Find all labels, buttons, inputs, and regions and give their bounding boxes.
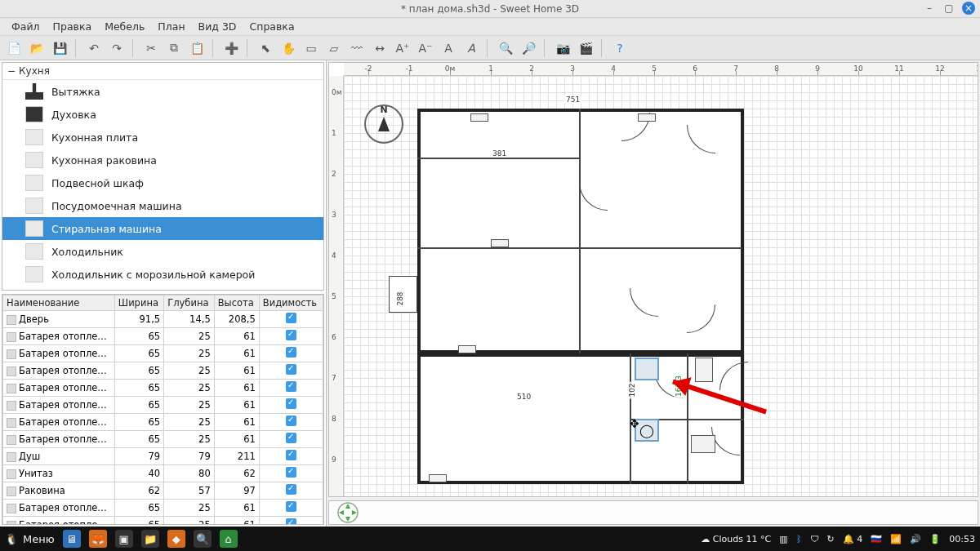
- search-icon[interactable]: 🔍: [194, 530, 212, 548]
- table-row[interactable]: Батарея отопле…652561: [3, 328, 323, 345]
- column-header[interactable]: Глубина: [164, 295, 215, 311]
- table-row[interactable]: Батарея отопле…652561: [3, 380, 323, 397]
- visibility-checkbox[interactable]: [286, 347, 296, 358]
- visibility-checkbox[interactable]: [286, 433, 296, 443]
- plan-canvas[interactable]: -2-10м12345678910111213 0м123456789 N: [328, 62, 978, 497]
- select-icon[interactable]: ⬉: [256, 39, 274, 57]
- table-row[interactable]: Батарея отопле…652561: [3, 500, 323, 517]
- new-icon[interactable]: 📄: [5, 39, 23, 57]
- menu-furn[interactable]: Мебель: [98, 20, 151, 33]
- view3d-panel[interactable]: [328, 500, 978, 525]
- catalog-item[interactable]: Холодильник: [2, 240, 323, 263]
- maximize-icon[interactable]: ▢: [942, 2, 956, 15]
- visibility-checkbox[interactable]: [286, 450, 296, 460]
- minimize-icon[interactable]: –: [923, 2, 936, 15]
- menu-plan[interactable]: План: [151, 20, 191, 33]
- battery-icon[interactable]: 🔋: [929, 534, 941, 544]
- update-icon[interactable]: ↻: [827, 534, 835, 544]
- visibility-checkbox[interactable]: [286, 398, 296, 409]
- add-furn-icon[interactable]: ➕: [222, 39, 240, 57]
- cut-icon[interactable]: ✂: [142, 39, 160, 57]
- catalog-item[interactable]: Подвесной шкаф: [2, 171, 323, 194]
- visibility-checkbox[interactable]: [286, 364, 296, 375]
- visibility-checkbox[interactable]: [286, 330, 296, 340]
- app4-icon[interactable]: ◆: [167, 530, 185, 548]
- bluetooth-icon[interactable]: ᛒ: [796, 534, 802, 544]
- filemanager-icon[interactable]: 📁: [141, 530, 159, 548]
- redo-icon[interactable]: ↷: [108, 39, 126, 57]
- tray-app-icon[interactable]: ▥: [779, 534, 787, 544]
- compass-icon[interactable]: N: [364, 104, 403, 144]
- catalog-item[interactable]: Духовка: [2, 103, 323, 126]
- help-icon[interactable]: ?: [611, 39, 629, 57]
- menu-help[interactable]: Справка: [243, 20, 301, 33]
- shield-icon[interactable]: 🛡: [810, 534, 819, 544]
- catalog-category-header[interactable]: − Кухня: [2, 63, 323, 80]
- column-header[interactable]: Видимость: [259, 295, 323, 311]
- column-header[interactable]: Ширина: [114, 295, 163, 311]
- clock[interactable]: 00:53: [949, 534, 975, 544]
- table-row[interactable]: Батарея отопле…652561: [3, 397, 323, 414]
- video-icon[interactable]: 🎬: [577, 39, 595, 57]
- notification-icon[interactable]: 🔔 4: [843, 534, 863, 544]
- visibility-checkbox[interactable]: [286, 501, 296, 512]
- nav3d-control-icon[interactable]: [334, 502, 362, 523]
- column-header[interactable]: Наименование: [3, 295, 115, 311]
- desktop-icon[interactable]: 🖥: [63, 530, 81, 548]
- visibility-checkbox[interactable]: [286, 415, 296, 426]
- table-row[interactable]: Батарея отопле…652561: [3, 431, 323, 448]
- terminal-icon[interactable]: ▣: [115, 530, 133, 548]
- network-icon[interactable]: 📶: [890, 534, 902, 544]
- close-icon[interactable]: ×: [962, 2, 975, 15]
- weather-widget[interactable]: ☁ Clouds 11 °C: [701, 534, 771, 544]
- keyboard-layout-icon[interactable]: 🇷🇺: [871, 534, 882, 544]
- start-menu-button[interactable]: 🐧 Меню: [5, 533, 55, 545]
- textit-icon[interactable]: A: [462, 39, 480, 57]
- taskbar: 🐧 Меню 🖥 🦊 ▣ 📁 ◆ 🔍 ⌂ ☁ Clouds 11 °C ▥ ᛒ …: [0, 527, 980, 551]
- text3-icon[interactable]: A: [439, 39, 457, 57]
- catalog-item[interactable]: Кухонная плита: [2, 126, 323, 149]
- catalog-item[interactable]: Посудомоечная машина: [2, 194, 323, 217]
- visibility-checkbox[interactable]: [286, 467, 296, 478]
- dimension-icon[interactable]: ↔: [371, 39, 389, 57]
- photo-icon[interactable]: 📷: [554, 39, 572, 57]
- room-icon[interactable]: ▱: [325, 39, 343, 57]
- copy-icon[interactable]: ⧉: [165, 39, 183, 57]
- volume-icon[interactable]: 🔊: [910, 534, 921, 544]
- menu-file[interactable]: Файл: [5, 20, 47, 33]
- pan-icon[interactable]: ✋: [279, 39, 297, 57]
- visibility-checkbox[interactable]: [286, 518, 296, 525]
- visibility-checkbox[interactable]: [286, 381, 296, 392]
- table-row[interactable]: Душ7979211: [3, 448, 323, 465]
- visibility-checkbox[interactable]: [286, 313, 296, 323]
- catalog-item[interactable]: Вытяжка: [2, 80, 323, 103]
- paste-icon[interactable]: 📋: [188, 39, 206, 57]
- open-icon[interactable]: 📂: [28, 39, 46, 57]
- wall-icon[interactable]: ▭: [302, 39, 320, 57]
- table-row[interactable]: Дверь91,514,5208,5: [3, 311, 323, 328]
- catalog-item[interactable]: Стиральная машина: [2, 217, 323, 240]
- undo-icon[interactable]: ↶: [85, 39, 103, 57]
- zoomout-icon[interactable]: 🔎: [519, 39, 537, 57]
- table-row[interactable]: Батарея отопле…652561: [3, 414, 323, 431]
- table-row[interactable]: Батарея отопле…652561: [3, 362, 323, 380]
- table-row[interactable]: Раковина625797: [3, 482, 323, 500]
- polyline-icon[interactable]: 〰: [348, 39, 366, 57]
- table-row[interactable]: Батарея отопле…652561: [3, 517, 323, 526]
- zoomin-icon[interactable]: 🔍: [497, 39, 514, 57]
- catalog-item[interactable]: Кухонная раковина: [2, 149, 323, 171]
- table-row[interactable]: Батарея отопле…652561: [3, 345, 323, 362]
- column-header[interactable]: Высота: [214, 295, 259, 311]
- collapse-icon[interactable]: −: [7, 65, 16, 77]
- table-row[interactable]: Унитаз408062: [3, 465, 323, 482]
- firefox-icon[interactable]: 🦊: [89, 530, 107, 548]
- visibility-checkbox[interactable]: [286, 484, 296, 495]
- furniture-table[interactable]: НаименованиеШиринаГлубинаВысотаВидимость…: [2, 294, 324, 525]
- save-icon[interactable]: 💾: [51, 39, 69, 57]
- menu-view3d[interactable]: Вид 3D: [192, 20, 243, 33]
- menu-edit[interactable]: Правка: [47, 20, 99, 33]
- catalog-item[interactable]: Холодильник с морозильной камерой: [2, 263, 323, 286]
- text2-icon[interactable]: A⁻: [416, 39, 434, 57]
- text-icon[interactable]: A⁺: [394, 39, 412, 57]
- sweethome3d-icon[interactable]: ⌂: [220, 530, 238, 548]
